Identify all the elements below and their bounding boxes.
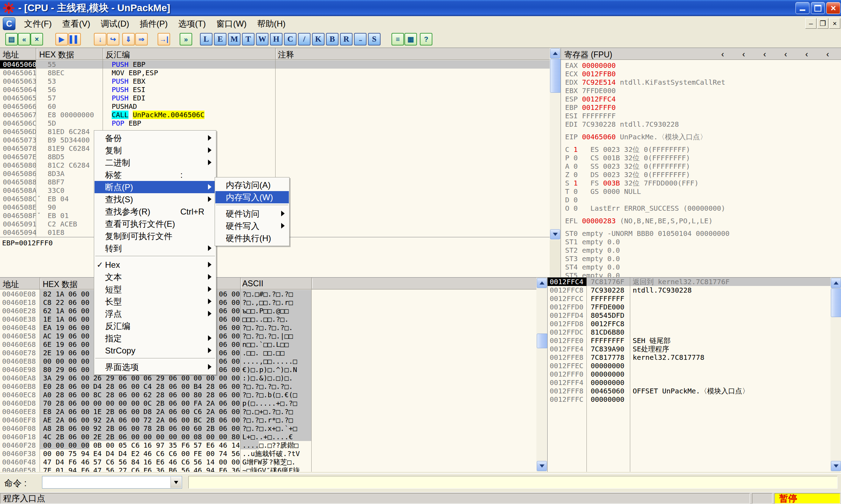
dump-scrollbar[interactable] [536,278,547,472]
close-program-button[interactable]: × [30,33,43,46]
stack-row[interactable]: 0012FFC47C81776F返回到 kernel32.7C81776F [548,278,831,286]
collapse-section-button-0[interactable]: ‹ [721,49,724,59]
context-menu-item-4[interactable]: 断点(P) [95,181,216,193]
register-line[interactable]: O 0 LastErr ERROR_SUCCESS (00000000) [565,204,840,212]
breakpoint-submenu-item-5[interactable]: 硬件执行(H) [215,232,289,244]
stack-row[interactable]: 0012FFF400000000 [548,378,831,387]
until-return-button[interactable]: →| [158,33,170,46]
disasm-row[interactable]: 0046506C5DPOP EBP [0,119,550,127]
dump-row[interactable]: 00460EF8AE 2A 06 0092 2A 06 0072 2A 06 0… [0,416,536,424]
scroll-down-button[interactable] [537,461,547,471]
dump-row[interactable]: 00460EE8E8 2A 06 001E 2B 06 00D8 2A 06 0… [0,407,536,416]
dump-row[interactable]: 00460E2862 1A 06 00 06 00ъ□□.P□□.@□□ [0,307,536,315]
dump-row[interactable]: 00460E0882 1A 06 00 06 00?□.□#□.?□.?□ [0,290,536,298]
disassembly-scrollbar[interactable] [550,48,561,240]
context-menu-item-3[interactable]: 标签: [95,169,216,181]
breakpoint-submenu-item-0[interactable]: 内存访问(A) [215,179,289,191]
scrollbar-thumb[interactable] [550,59,561,93]
scrollbar-thumb[interactable] [537,334,548,348]
breakpoint-submenu-item-1[interactable]: 内存写入(W) [215,191,289,203]
disasm-row[interactable]: 0046506456PUSH ESI [0,85,550,94]
register-line[interactable]: C 1 ES 0023 32位 0(FFFFFFFF) [565,145,840,154]
stack-row[interactable]: 0012FFDC81CD6B80 [548,328,831,336]
register-line[interactable]: ESP 0012FFC4 [565,95,840,103]
register-line[interactable]: ST4 empty 0.0 [565,263,840,271]
collapse-section-button-5[interactable]: ‹ [826,49,829,59]
disasm-row[interactable]: 0046507E8BD5 [0,153,550,161]
menu-item-3[interactable]: 插件(P) [134,17,173,31]
dump-row[interactable]: 00460EA83A 29 06 0026 29 06 0006 29 06 0… [0,374,536,382]
disasm-row[interactable]: 004650868D3A [0,169,550,178]
register-line[interactable]: T 0 GS 0000 NULL [565,187,840,196]
log-window-button[interactable]: L [200,33,213,46]
dump-row[interactable]: 00460E48EA 19 06 00 06 00?□.?□.?□.?□. [0,323,536,332]
dump-row[interactable]: 00460EB8E0 28 06 00D4 28 06 00C4 28 06 0… [0,382,536,391]
context-menu-item-2[interactable]: 二进制 [95,156,216,169]
register-line[interactable]: ST2 empty 0.0 [565,246,840,254]
disasm-row[interactable]: 0046507881E9 C6284 [0,144,550,153]
menu-item-2[interactable]: 调试(D) [96,17,134,31]
animate-into-button[interactable]: ⇓ [122,33,135,46]
minimize-button[interactable] [795,2,809,14]
collapse-section-button-2[interactable]: ‹ [763,49,766,59]
disasm-row[interactable]: 0046508081C2 C6284 [0,161,550,169]
register-line[interactable]: ST3 empty 0.0 [565,254,840,263]
context-menu-item-7[interactable]: 查看可执行文件(E) [95,218,216,230]
maximize-button[interactable] [811,2,825,14]
run-trace-window-button[interactable]: ... [354,33,367,46]
patches-window-button[interactable]: / [298,33,311,46]
context-menu-item-12[interactable]: 文本 [95,271,216,283]
disasm-row[interactable]: 0046506557PUSH EDI [0,94,550,102]
scroll-down-button[interactable] [550,229,560,239]
mdi-minimize-button[interactable]: – [805,18,816,29]
register-line[interactable]: EIP 00465060 UnPackMe.〈模块入口点〉 [565,133,840,141]
breakpoint-submenu-item-3[interactable]: 硬件访问 [215,208,289,220]
close-button[interactable]: × [826,2,840,14]
stack-row[interactable]: 0012FFD480545DFD [548,311,831,320]
stack-row[interactable]: 0012FFF800465060OFFSET UnPackMe.〈模块入口点〉 [548,387,831,395]
register-line[interactable]: EAX 00000000 [565,61,840,70]
register-line[interactable]: EDX 7C92E514 ntdll.KiFastSystemCallRet [565,78,840,86]
stack-row[interactable]: 0012FFFC00000000 [548,395,831,404]
mdi-close-button[interactable]: × [829,18,840,29]
context-menu-item-1[interactable]: 复制 [95,144,216,156]
executables-window-button[interactable]: E [214,33,227,46]
menu-item-5[interactable]: 窗口(W) [211,17,252,31]
step-into-button[interactable]: ↓ [94,33,106,46]
dump-row[interactable]: 00460E381E 1A 06 00 06 00□□□..□□.?□. [0,315,536,323]
call-stack-window-button[interactable]: K [312,33,325,46]
scroll-down-button[interactable] [831,461,841,471]
menu-item-1[interactable]: 查看(V) [57,17,96,31]
pause-button[interactable]: ▌▌ [68,33,81,46]
context-menu-item-17[interactable]: 指定 [95,332,216,344]
handles-window-button[interactable]: H [270,33,283,46]
register-line[interactable]: ST5 empty 0.0 [565,271,840,278]
command-input[interactable] [42,476,182,489]
breakpoint-submenu-item-4[interactable]: 硬件写入 [215,220,289,232]
register-line[interactable]: EBP 0012FFF0 [565,103,840,112]
dump-row[interactable]: 00460E686E 19 06 00 06 00n□□.`□□.L□□ [0,340,536,349]
scrollbar-thumb[interactable] [831,288,841,317]
context-menu-item-14[interactable]: 长型 [95,295,216,308]
context-menu-item-8[interactable]: 复制到可执行文件 [95,230,216,242]
references-window-button[interactable]: R [340,33,353,46]
register-line[interactable]: A 0 SS 0023 32位 0(FFFFFFFF) [565,162,840,170]
register-line[interactable]: S 1 FS 003B 32位 7FFDD000(FFF) [565,179,840,187]
step-over-button[interactable]: ↪ [107,33,119,46]
stack-row[interactable]: 0012FFF000000000 [548,370,831,378]
disasm-row[interactable]: 00465073B9 5D34400 [0,136,550,144]
stack-scrollbar[interactable] [830,278,841,472]
stack-row[interactable]: 0012FFC87C930228ntdll.7C930228 [548,286,831,294]
context-menu-item-20[interactable]: 界面选项 [95,361,216,373]
menu-item-4[interactable]: 选项(T) [173,17,211,31]
disasm-row[interactable]: 0046506055PUSH EBP [0,60,550,69]
stack-row[interactable]: 0012FFE0FFFFFFFFSEH 链尾部 [548,336,831,345]
breakpoints-window-button[interactable]: B [326,33,339,46]
dump-row[interactable]: 00460E58AC 19 06 00 06 00?□.?□.?□.|□□ [0,332,536,340]
collapse-section-button-4[interactable]: ‹ [805,49,808,59]
context-menu-item-15[interactable]: 浮点 [95,308,216,320]
register-line[interactable]: ECX 0012FFB0 [565,70,840,78]
appearance-button[interactable]: ▦ [404,33,417,46]
goto-eip-button[interactable]: » [180,33,192,46]
dump-row[interactable]: 00460F4847 D4 F6 4657 C6 56 8416 E6 46 C… [0,458,536,466]
